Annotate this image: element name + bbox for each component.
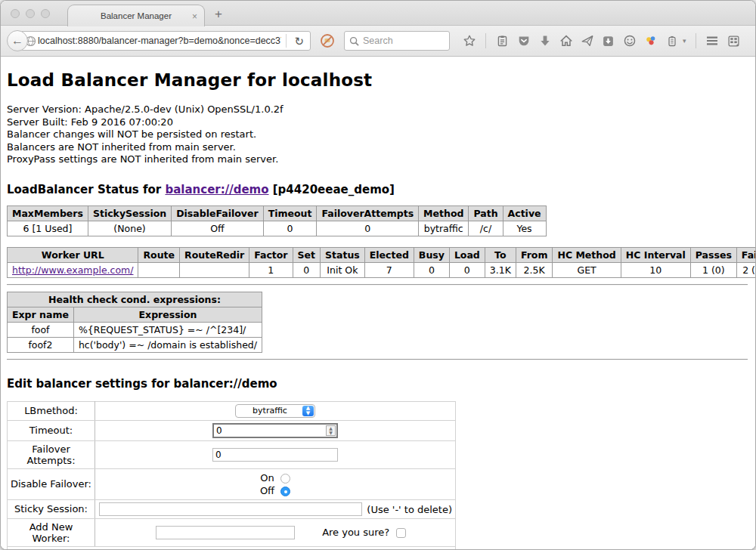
col-disablefailover: DisableFailover: [172, 205, 263, 221]
reload-icon[interactable]: ↻: [291, 36, 307, 47]
extension-download-icon[interactable]: [601, 34, 615, 48]
col-load: Load: [449, 247, 485, 262]
health-table-header-row: Expr name Expression: [8, 307, 262, 322]
server-info: Server Version: Apache/2.5.0-dev (Unix) …: [7, 104, 748, 166]
add-worker-input[interactable]: [156, 526, 295, 539]
timeout-input[interactable]: [216, 425, 326, 436]
cell-timeout: 0: [263, 221, 317, 236]
sticky-session-hint: (Use '-' to delete): [367, 504, 452, 515]
lbmethod-row: LBmethod: bytraffic ▲▼: [8, 401, 456, 420]
failover-on-radio[interactable]: [280, 474, 290, 484]
cell-maxmembers: 6 [1 Used]: [8, 221, 88, 236]
cell-hc-method: GET: [553, 262, 621, 277]
page-content: Load Balancer Manager for localhost Serv…: [1, 57, 755, 550]
close-window-button[interactable]: [11, 9, 20, 18]
cell-expression: %{REQUEST_STATUS} =~ /^[234]/: [73, 322, 262, 337]
col-failoverattempts: FailoverAttempts: [317, 205, 419, 221]
loadbalancer-status-heading: LoadBalancer Status for balancer://demo …: [7, 183, 748, 196]
balancer-status-table: MaxMembers StickySession DisableFailover…: [7, 205, 547, 236]
server-built-line: Server Built: Feb 9 2016 07:00:20: [7, 116, 748, 129]
cell-busy: 0: [414, 262, 449, 277]
cell-disablefailover: Off: [172, 221, 263, 236]
navigation-toolbar: ← ↻: [1, 26, 755, 57]
downloads-icon[interactable]: [538, 34, 552, 48]
browser-window: Balancer Manager × + ← ↻: [0, 0, 756, 550]
close-tab-icon[interactable]: ×: [192, 11, 197, 22]
col-hc-interval: HC Interval: [621, 247, 690, 262]
col-worker-url: Worker URL: [8, 247, 138, 262]
cell-failoverattempts: 0: [317, 221, 419, 236]
cell-path: /c/: [469, 221, 503, 236]
disable-failover-label: Disable Failover:: [8, 468, 95, 499]
col-factor: Factor: [249, 247, 293, 262]
back-button[interactable]: ←: [7, 30, 28, 51]
col-set: Set: [293, 247, 320, 262]
chevron-down-icon[interactable]: ▾: [683, 37, 686, 45]
sticky-session-input[interactable]: [99, 502, 362, 516]
cell-from: 2.5K: [516, 262, 553, 277]
lbmethod-select[interactable]: bytraffic ▲▼: [235, 404, 315, 418]
tab-grid-icon[interactable]: [727, 34, 741, 48]
edit-balancer-form: LBmethod: bytraffic ▲▼ Timeout: ▲▼: [7, 401, 456, 550]
search-input[interactable]: [363, 36, 445, 46]
health-table-title: Health check cond. expressions:: [8, 292, 262, 307]
select-stepper-icon: ▲▼: [302, 406, 314, 416]
colors-icon[interactable]: [643, 34, 658, 48]
url-input[interactable]: [38, 36, 281, 46]
cell-load: 0: [449, 262, 485, 277]
menu-icon[interactable]: [705, 34, 720, 48]
col-to: To: [485, 247, 516, 262]
bookmark-star-icon[interactable]: [462, 34, 476, 48]
worker-url-link[interactable]: http://www.example.com/: [12, 264, 133, 276]
col-expression: Expression: [73, 307, 262, 322]
cell-passes: 1 (0): [690, 262, 736, 277]
search-icon: [349, 36, 359, 46]
titlebar: Balancer Manager × +: [1, 1, 755, 26]
balancer-table-header-row: MaxMembers StickySession DisableFailover…: [8, 205, 547, 221]
url-bar[interactable]: ↻: [20, 31, 311, 51]
toolbar-separator: [696, 33, 696, 48]
col-hc-method: HC Method: [553, 247, 621, 262]
health-table-row: foof2 hc('body') =~ /domain is establish…: [8, 337, 262, 352]
content-blocked-icon[interactable]: [320, 33, 335, 48]
col-timeout: Timeout: [263, 205, 317, 221]
battery-icon[interactable]: [665, 34, 679, 48]
timeout-label: Timeout:: [8, 420, 95, 440]
proxypass-note-line: ProxyPass settings are NOT inherited fro…: [7, 153, 748, 166]
failover-attempts-row: Failover Attempts:: [8, 440, 456, 468]
add-worker-label: Add New Worker:: [8, 518, 95, 546]
col-stickysession: StickySession: [88, 205, 171, 221]
window-controls: [11, 9, 50, 18]
are-you-sure-checkbox[interactable]: [396, 528, 406, 538]
cell-fails: 2 (0): [736, 262, 755, 277]
col-elected: Elected: [364, 247, 414, 262]
col-expr-name: Expr name: [8, 307, 74, 322]
col-busy: Busy: [414, 247, 449, 262]
number-spinner-icon[interactable]: ▲▼: [326, 425, 336, 436]
are-you-sure-label: Are you sure?: [322, 527, 389, 538]
search-bar[interactable]: [344, 31, 450, 51]
radio-off-label: Off: [260, 484, 274, 497]
tab-title: Balancer Manager: [101, 11, 172, 20]
timeout-input-wrap: ▲▼: [212, 423, 338, 438]
tab-balancer-manager[interactable]: Balancer Manager ×: [67, 5, 205, 26]
new-tab-button[interactable]: +: [215, 7, 222, 22]
send-icon[interactable]: [580, 34, 594, 48]
smiley-icon[interactable]: [622, 34, 637, 48]
pocket-icon[interactable]: [516, 34, 531, 48]
col-status: Status: [321, 247, 365, 262]
failover-attempts-input[interactable]: [212, 448, 338, 462]
balancer-demo-link[interactable]: balancer://demo: [165, 183, 268, 196]
col-active: Active: [503, 205, 546, 221]
urlbar-divider: [286, 34, 287, 48]
minimize-window-button[interactable]: [26, 9, 35, 18]
col-fails: Fails: [736, 247, 755, 262]
zoom-window-button[interactable]: [41, 9, 50, 18]
submit-row: Submit: [8, 546, 456, 550]
cell-factor: 1: [249, 262, 293, 277]
edit-balancer-heading: Edit balancer settings for balancer://de…: [7, 377, 748, 391]
cell-to: 3.1K: [485, 262, 516, 277]
reading-list-icon[interactable]: [495, 34, 510, 48]
home-icon[interactable]: [559, 34, 573, 48]
failover-off-radio[interactable]: [280, 487, 290, 496]
